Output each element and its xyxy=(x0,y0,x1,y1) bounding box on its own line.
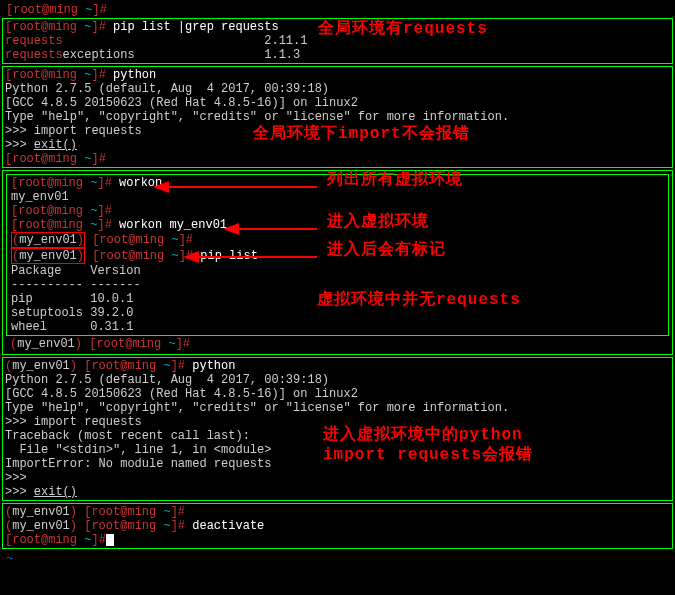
prompt-line: [root@ming ~]# xyxy=(2,2,673,18)
python-gcc-line: [GCC 4.8.5 20150623 (Red Hat 4.8.5-16)] … xyxy=(5,387,670,401)
arrow-icon xyxy=(187,251,317,263)
prompt-line: [root@ming ~]# xyxy=(5,152,670,166)
callout-no-requests: 虚拟环境中并无requests xyxy=(317,293,521,307)
callout-global-import-ok: 全局环境下import不会报错 xyxy=(253,127,470,141)
vim-tilde: ~ xyxy=(2,551,673,567)
env-name: my_env01 xyxy=(11,190,664,204)
box-venv-python: (my_env01) [root@ming ~]# python Python … xyxy=(2,357,673,501)
pip-list-header: Package Version xyxy=(11,264,664,278)
venv-prompt: (my_env01) [root@ming ~]# xyxy=(6,336,669,351)
box-virtualenv-inner: [root@ming ~]# workon my_env01 [root@min… xyxy=(6,174,669,336)
arrow-icon xyxy=(157,181,317,193)
pip-list-sep: ---------- ------- xyxy=(11,278,664,292)
python-prompt-empty: >>> xyxy=(5,471,670,485)
python-gcc-line: [GCC 4.8.5 20150623 (Red Hat 4.8.5-16)] … xyxy=(5,96,670,110)
callout-global-has-requests: 全局环境有requests xyxy=(318,22,488,36)
python-help-line: Type "help", "copyright", "credits" or "… xyxy=(5,110,670,124)
venv-prompt: (my_env01) [root@ming ~]# xyxy=(5,505,670,519)
box-virtualenv: [root@ming ~]# workon my_env01 [root@min… xyxy=(2,170,673,355)
cmd-python: [root@ming ~]# python xyxy=(5,68,670,82)
python-version-line: Python 2.7.5 (default, Aug 4 2017, 00:39… xyxy=(5,82,670,96)
callout-venv-python: 进入虚拟环境中的python xyxy=(323,428,523,442)
python-version-line: Python 2.7.5 (default, Aug 4 2017, 00:39… xyxy=(5,373,670,387)
arrow-icon xyxy=(227,223,317,235)
pkg-row-requests-exceptions: requestsexceptions 1.1.3 xyxy=(5,48,670,62)
python-help-line: Type "help", "copyright", "credits" or "… xyxy=(5,401,670,415)
cmd-deactivate: (my_env01) [root@ming ~]# deactivate xyxy=(5,519,670,533)
callout-import-error: import requests会报错 xyxy=(323,448,533,462)
callout-enter-env: 进入虚拟环境 xyxy=(327,215,429,229)
box-global-requests: [root@ming ~]# pip list |grep requests r… xyxy=(2,18,673,64)
pip-row: wheel 0.31.1 xyxy=(11,320,664,334)
box-global-python: [root@ming ~]# python Python 2.7.5 (defa… xyxy=(2,66,673,168)
callout-env-tag: 进入后会有标记 xyxy=(327,243,446,257)
cursor-icon xyxy=(106,534,114,546)
python-exit-line: >>> exit() xyxy=(5,485,670,499)
callout-list-envs: 列出所有虚拟环境 xyxy=(327,173,463,187)
prompt-cursor[interactable]: [root@ming ~]# xyxy=(5,533,670,547)
cmd-python-venv: (my_env01) [root@ming ~]# python xyxy=(5,359,670,373)
box-deactivate: (my_env01) [root@ming ~]# (my_env01) [ro… xyxy=(2,503,673,549)
